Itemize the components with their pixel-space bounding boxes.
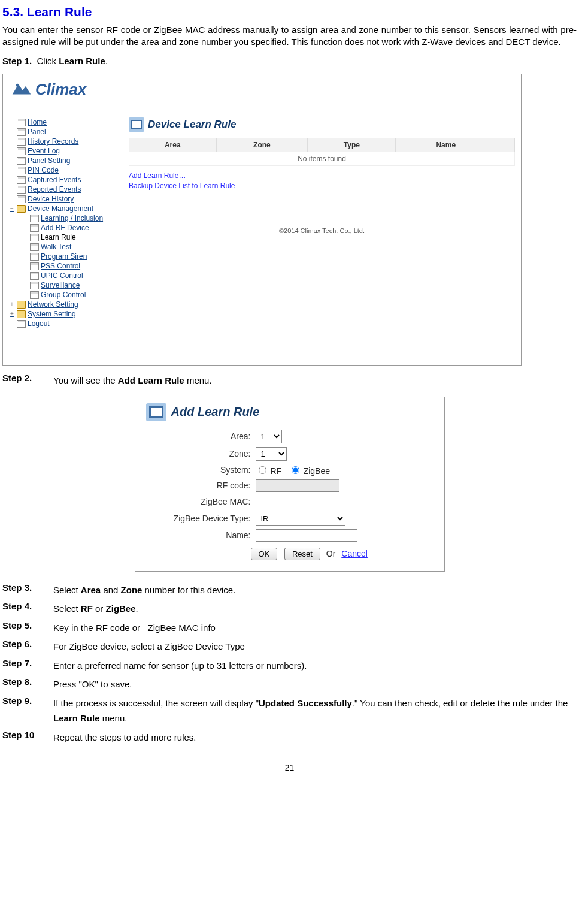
label-name: Name: bbox=[146, 530, 256, 540]
rfcode-input[interactable] bbox=[256, 479, 339, 492]
step-body: Key in the RF code or ZigBee MAC info bbox=[53, 620, 577, 636]
panel-title: Device Learn Rule bbox=[148, 119, 236, 131]
logo-text: Climax bbox=[35, 80, 86, 99]
ok-button[interactable]: OK bbox=[251, 548, 278, 560]
panel-title-row: Device Learn Rule bbox=[129, 117, 515, 132]
nav-item[interactable]: Program Siren bbox=[9, 252, 111, 261]
step-2-body: You will see the Add Learn Rule menu. bbox=[53, 373, 577, 388]
dialog-title-row: Add Learn Rule bbox=[146, 403, 434, 421]
add-learn-rule-link[interactable]: Add Learn Rule… bbox=[129, 171, 515, 181]
label-rfcode: RF code: bbox=[146, 481, 256, 490]
step-body: If the process is successful, the screen… bbox=[53, 696, 577, 726]
step-label: Step 3. bbox=[2, 582, 53, 598]
row-dtype: ZigBee Device Type: IR bbox=[146, 512, 434, 526]
row-system: System: RF ZigBee bbox=[146, 464, 434, 476]
panel-links: Add Learn Rule… Backup Device List to Le… bbox=[129, 171, 515, 191]
nav-item[interactable]: Surveillance bbox=[9, 280, 111, 290]
reset-button[interactable]: Reset bbox=[284, 548, 320, 560]
step-body: Enter a preferred name for sensor (up to… bbox=[53, 658, 577, 674]
nav-item[interactable]: −Device Management bbox=[9, 204, 111, 213]
backup-device-list-link[interactable]: Backup Device List to Learn Rule bbox=[129, 181, 515, 191]
or-text: Or bbox=[326, 549, 336, 558]
nav-item[interactable]: Walk Test bbox=[9, 242, 111, 252]
step-item: Step 6.For ZigBee device, select a ZigBe… bbox=[2, 639, 577, 654]
label-area: Area: bbox=[146, 431, 256, 441]
label-zone: Zone: bbox=[146, 449, 256, 458]
nav-item[interactable]: Home bbox=[9, 117, 111, 127]
name-input[interactable] bbox=[256, 529, 357, 542]
row-mac: ZigBee MAC: bbox=[146, 496, 434, 508]
zone-select[interactable]: 1 bbox=[256, 447, 287, 461]
step-1-post: . bbox=[105, 56, 108, 66]
col-area: Area bbox=[129, 138, 217, 152]
step-1: Step 1. Click Learn Rule. bbox=[2, 55, 577, 68]
nav-item[interactable]: Logout bbox=[9, 319, 111, 328]
row-rfcode: RF code: bbox=[146, 479, 434, 492]
nav-tree: HomePanelHistory RecordsEvent LogPanel S… bbox=[9, 117, 111, 328]
radio-rf-wrap[interactable]: RF bbox=[256, 464, 282, 476]
step-1-label: Step 1. bbox=[2, 56, 32, 66]
step-item: Step 8.Press "OK" to save. bbox=[2, 677, 577, 692]
col-blank bbox=[496, 138, 515, 152]
nav-item[interactable]: Event Log bbox=[9, 146, 111, 156]
radio-zigbee[interactable] bbox=[292, 466, 299, 474]
row-name: Name: bbox=[146, 529, 434, 542]
col-zone: Zone bbox=[216, 138, 308, 152]
nav-item[interactable]: Add RF Device bbox=[9, 223, 111, 232]
nav-item[interactable]: Panel bbox=[9, 127, 111, 137]
row-area: Area: 1 bbox=[146, 430, 434, 443]
radio-rf[interactable] bbox=[259, 466, 266, 474]
nav-item[interactable]: PSS Control bbox=[9, 261, 111, 271]
nav-item[interactable]: Device History bbox=[9, 194, 111, 204]
step-body: Select RF or ZigBee. bbox=[53, 601, 577, 617]
nav-item[interactable]: Learning / Inclusion bbox=[9, 213, 111, 223]
nav-item[interactable]: Reported Events bbox=[9, 185, 111, 194]
nav-item[interactable]: Panel Setting bbox=[9, 156, 111, 165]
step-2-post: menu. bbox=[184, 375, 212, 385]
step-label: Step 6. bbox=[2, 639, 53, 654]
mac-input[interactable] bbox=[256, 496, 357, 508]
step-item: Step 7.Enter a preferred name for sensor… bbox=[2, 658, 577, 674]
nav-item[interactable]: PIN Code bbox=[9, 165, 111, 175]
step-label: Step 10 bbox=[2, 730, 53, 745]
step-1-bold: Learn Rule bbox=[59, 56, 105, 66]
nav-item[interactable]: Captured Events bbox=[9, 175, 111, 185]
step-item: Step 10Repeat the steps to add more rule… bbox=[2, 730, 577, 745]
col-type: Type bbox=[308, 138, 396, 152]
radio-zigbee-label: ZigBee bbox=[304, 466, 330, 476]
rules-table: Area Zone Type Name No items found bbox=[129, 138, 515, 166]
step-body: Repeat the steps to add more rules. bbox=[53, 730, 577, 745]
intro-paragraph: You can enter the sensor RF code or ZigB… bbox=[2, 24, 577, 49]
nav-item[interactable]: +Network Setting bbox=[9, 300, 111, 309]
climax-logo-icon bbox=[11, 79, 32, 99]
button-row: OK Reset Or Cancel bbox=[146, 548, 434, 560]
step-item: Step 3.Select Area and Zone number for t… bbox=[2, 582, 577, 598]
step-label: Step 7. bbox=[2, 658, 53, 674]
cancel-link[interactable]: Cancel bbox=[341, 549, 368, 558]
step-label: Step 4. bbox=[2, 601, 53, 617]
screenshot-device-learn-rule: Climax HomePanelHistory RecordsEvent Log… bbox=[2, 74, 522, 366]
nav-item[interactable]: History Records bbox=[9, 137, 111, 146]
radio-zigbee-wrap[interactable]: ZigBee bbox=[289, 464, 330, 476]
col-name: Name bbox=[396, 138, 496, 152]
copyright: ©2014 Climax Tech. Co., Ltd. bbox=[129, 227, 515, 234]
nav-item[interactable]: Group Control bbox=[9, 290, 111, 300]
step-2-pre: You will see the bbox=[53, 375, 118, 385]
row-zone: Zone: 1 bbox=[146, 447, 434, 461]
step-1-pre: Click bbox=[37, 56, 59, 66]
nav-item: Learn Rule bbox=[9, 232, 111, 242]
content-panel: Device Learn Rule Area Zone Type Name No… bbox=[129, 117, 515, 234]
step-2: Step 2. You will see the Add Learn Rule … bbox=[2, 373, 577, 388]
radio-rf-label: RF bbox=[270, 466, 281, 476]
section-title: 5.3. Learn Rule bbox=[2, 5, 577, 19]
nav-item[interactable]: +System Setting bbox=[9, 309, 111, 319]
svg-point-0 bbox=[16, 84, 19, 87]
nav-item[interactable]: UPIC Control bbox=[9, 271, 111, 280]
step-2-bold: Add Learn Rule bbox=[118, 375, 184, 385]
logo-row: Climax bbox=[3, 74, 521, 107]
step-item: Step 9.If the process is successful, the… bbox=[2, 696, 577, 726]
label-dtype: ZigBee Device Type: bbox=[146, 514, 256, 523]
dtype-select[interactable]: IR bbox=[256, 512, 345, 526]
area-select[interactable]: 1 bbox=[256, 430, 282, 443]
step-label: Step 8. bbox=[2, 677, 53, 692]
